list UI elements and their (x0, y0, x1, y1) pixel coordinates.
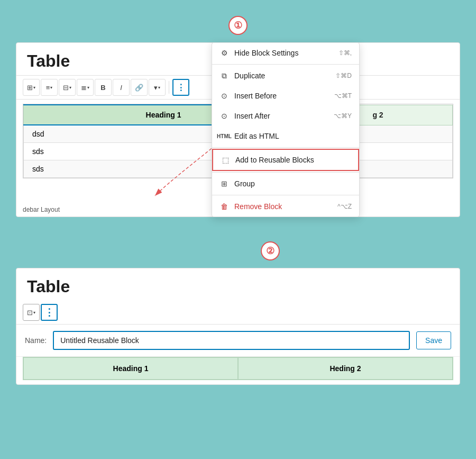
align-btn[interactable]: ≡ (41, 79, 58, 96)
menu-item-insert-after[interactable]: ⊙ Insert After ⌥⌘Y (212, 106, 359, 126)
name-input[interactable] (53, 331, 410, 350)
bottom-editor-title: Table (16, 268, 460, 301)
insert-after-icon: ⊙ (219, 111, 229, 121)
link-btn[interactable]: 🔗 (131, 79, 148, 96)
bottom-section: ② Table ⊡ ⋮ Name: Save Heading 1 Heding … (11, 231, 465, 390)
menu-divider-3 (212, 172, 359, 173)
table-icon-btn[interactable]: ⊞ (23, 79, 40, 96)
step-1-circle: ① (228, 16, 248, 35)
step-2-circle: ② (261, 241, 280, 260)
menu-item-hide-block[interactable]: ⚙ Hide Block Settings ⇧⌘, (212, 43, 359, 63)
menu-item-left: ⬚ Add to Reusable Blocks (221, 155, 314, 165)
menu-divider-4 (212, 195, 359, 195)
bottom-block-type-btn[interactable]: ⊡ (23, 304, 40, 321)
trash-icon: 🗑 (219, 202, 229, 211)
name-row: Name: Save (16, 325, 460, 357)
toolbar-sep (169, 81, 169, 94)
group-icon: ⊞ (219, 179, 229, 188)
bottom-toolbar: ⊡ ⋮ (16, 301, 460, 325)
menu-item-insert-before[interactable]: ⊙ Insert Before ⌥⌘T (212, 86, 359, 106)
menu-item-edit-html[interactable]: HTML Edit as HTML (212, 126, 359, 146)
section-spacer (11, 222, 465, 231)
italic-btn[interactable]: I (113, 79, 130, 96)
bottom-table-header: Heading 1 Heding 2 (23, 357, 453, 380)
reusable-icon: ⬚ (221, 155, 230, 165)
top-section: ① Table ⊞ ≡ ⊟ ≣ B I 🔗 ▾ ⋮ (11, 11, 465, 222)
table-settings-btn[interactable]: ⊟ (59, 79, 76, 96)
menu-item-left: 🗑 Remove Block (219, 202, 282, 211)
insert-before-icon: ⊙ (219, 91, 229, 101)
menu-item-group[interactable]: ⊞ Group (212, 174, 359, 194)
menu-item-duplicate[interactable]: ⧉ Duplicate ⇧⌘D (212, 66, 359, 86)
gear-icon: ⚙ (219, 48, 229, 58)
main-container: ① Table ⊞ ≡ ⊟ ≣ B I 🔗 ▾ ⋮ (11, 11, 465, 390)
bottom-table-header-2[interactable]: Heding 2 (238, 357, 453, 380)
menu-divider-1 (212, 64, 359, 65)
menu-item-left: ⊞ Group (219, 179, 255, 188)
more-btn[interactable]: ▾ (149, 79, 166, 96)
align2-btn[interactable]: ≣ (77, 79, 94, 96)
menu-item-left: ⚙ Hide Block Settings (219, 48, 298, 58)
context-menu: ⚙ Hide Block Settings ⇧⌘, ⧉ Duplicate ⇧⌘… (212, 42, 360, 217)
bottom-table-header-1[interactable]: Heading 1 (23, 357, 238, 380)
bold-btn[interactable]: B (95, 79, 112, 96)
name-label: Name: (25, 336, 47, 345)
html-icon: HTML (219, 131, 229, 141)
menu-divider-2 (212, 147, 359, 148)
menu-item-left: ⊙ Insert Before (219, 91, 277, 101)
options-menu-btn[interactable]: ⋮ (172, 79, 189, 96)
menu-item-add-reusable[interactable]: ⬚ Add to Reusable Blocks (212, 149, 359, 171)
save-button[interactable]: Save (416, 331, 451, 349)
bottom-editor-area: Table ⊡ ⋮ Name: Save Heading 1 Heding 2 (16, 268, 460, 385)
menu-item-left: ⧉ Duplicate (219, 71, 265, 80)
bottom-options-btn[interactable]: ⋮ (41, 304, 58, 321)
duplicate-icon: ⧉ (219, 71, 229, 80)
menu-item-left: HTML Edit as HTML (219, 131, 279, 141)
menu-item-left: ⊙ Insert After (219, 111, 270, 121)
menu-item-remove-block[interactable]: 🗑 Remove Block ^⌥Z (212, 196, 359, 217)
